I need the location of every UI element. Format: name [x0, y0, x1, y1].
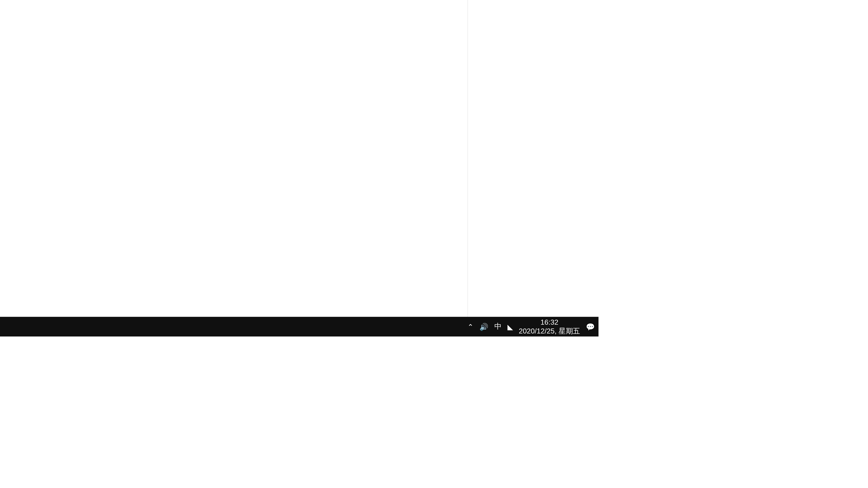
- volume-icon[interactable]: 🔊: [479, 322, 489, 331]
- action-center-icon[interactable]: 💬: [586, 322, 595, 331]
- file-list-pane: 名称▴ 修改日期 类型 大小 📁12020/12/15, 星期二 1...文件夹…: [0, 0, 467, 317]
- tray-app-icon[interactable]: ◣: [507, 322, 513, 331]
- tray-overflow-icon[interactable]: ⌃: [467, 322, 473, 331]
- clock-time: 16:32: [519, 318, 580, 327]
- main-area: ★快速访问▸Desktop📌▸下载📌📁文档📌▸图片📌📁excel表格制作求和📌▸…: [0, 0, 598, 317]
- clock-date: 2020/12/25, 星期五: [519, 327, 580, 335]
- system-tray[interactable]: ⌃ 🔊 中 ◣ 16:32 2020/12/25, 星期五 💬: [467, 317, 598, 336]
- clock[interactable]: 16:32 2020/12/25, 星期五: [519, 318, 580, 335]
- ime-indicator[interactable]: 中: [494, 322, 502, 332]
- taskbar[interactable]: ⌕ ⧉ 📁 ⌃ 🔊 中 ◣ 16:32 2020/12/25, 星期五 💬: [0, 317, 598, 336]
- details-pane: 3 个项目: [467, 0, 598, 317]
